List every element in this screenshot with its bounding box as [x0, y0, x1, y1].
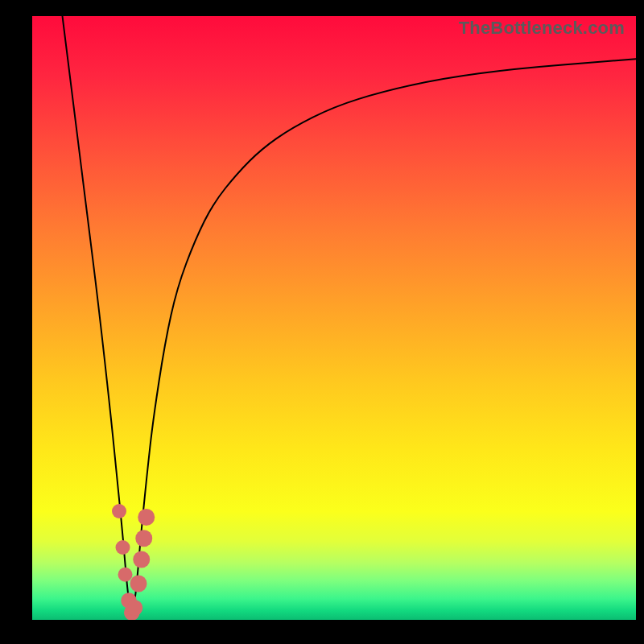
plot-area: TheBottleneck.com: [32, 16, 636, 620]
data-marker: [133, 551, 150, 568]
data-marker: [135, 530, 152, 547]
chart-frame: TheBottleneck.com: [0, 0, 644, 644]
data-marker: [116, 540, 130, 555]
bottleneck-curve: [32, 16, 636, 620]
data-marker: [138, 509, 155, 526]
watermark-text: TheBottleneck.com: [459, 18, 625, 39]
data-marker: [112, 504, 126, 518]
data-marker: [118, 568, 133, 582]
data-marker: [127, 600, 143, 615]
data-marker: [130, 576, 147, 592]
